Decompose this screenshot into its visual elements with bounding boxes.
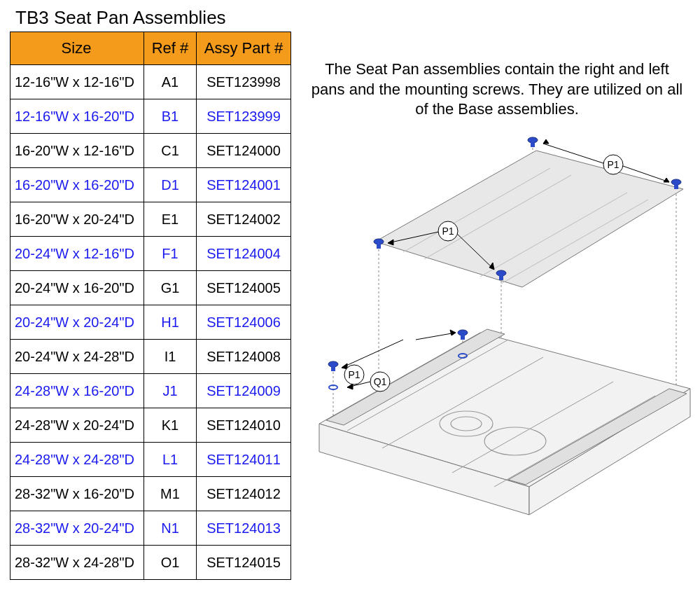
cell-ref: C1 xyxy=(144,134,197,168)
table-row: 16-20"W x 16-20"DD1SET124001 xyxy=(10,168,291,202)
cell-size: 28-32"W x 20-24"D xyxy=(10,511,144,546)
cell-ref: I1 xyxy=(144,340,197,374)
cell-part: SET124015 xyxy=(197,546,291,580)
cell-part: SET124002 xyxy=(197,202,291,237)
table-row: 20-24"W x 20-24"DH1SET124006 xyxy=(10,305,291,340)
cell-part: SET124010 xyxy=(197,408,291,443)
table-row: 28-32"W x 16-20"DM1SET124012 xyxy=(10,477,291,511)
cell-size: 24-28"W x 16-20"D xyxy=(10,374,144,408)
callout-p1: P1 xyxy=(348,369,360,380)
table-row: 20-24"W x 12-16"DF1SET124004 xyxy=(10,237,291,271)
svg-rect-28 xyxy=(531,140,535,147)
svg-point-35 xyxy=(329,385,337,389)
cell-part: SET124000 xyxy=(197,134,291,168)
table-row: 28-32"W x 20-24"DN1SET124013 xyxy=(10,511,291,546)
table-row: 24-28"W x 24-28"DL1SET124011 xyxy=(10,443,291,477)
svg-rect-32 xyxy=(331,364,335,371)
table-row: 28-32"W x 24-28"DO1SET124015 xyxy=(10,546,291,580)
cell-ref: F1 xyxy=(144,237,197,271)
cell-size: 16-20"W x 16-20"D xyxy=(10,168,144,202)
svg-rect-24 xyxy=(377,242,381,249)
table-row: 24-28"W x 16-20"DJ1SET124009 xyxy=(10,374,291,408)
table-row: 24-28"W x 20-24"DK1SET124010 xyxy=(10,408,291,443)
cell-ref: A1 xyxy=(144,65,197,99)
cell-part: SET124006 xyxy=(197,305,291,340)
table-row: 16-20"W x 12-16"DC1SET124000 xyxy=(10,134,291,168)
cell-ref: O1 xyxy=(144,546,197,580)
cell-part: SET124005 xyxy=(197,271,291,305)
table-title: TB3 Seat Pan Assemblies xyxy=(15,7,693,29)
header-ref: Ref # xyxy=(144,32,197,65)
svg-line-47 xyxy=(416,333,456,340)
cell-size: 20-24"W x 16-20"D xyxy=(10,271,144,305)
cell-part: SET124004 xyxy=(197,237,291,271)
header-size: Size xyxy=(10,32,144,65)
cell-part: SET124012 xyxy=(197,477,291,511)
cell-size: 12-16"W x 12-16"D xyxy=(10,65,144,99)
cell-size: 28-32"W x 24-28"D xyxy=(10,546,144,580)
cell-part: SET124011 xyxy=(197,443,291,477)
table-row: 16-20"W x 20-24"DE1SET124002 xyxy=(10,202,291,237)
callout-p1: P1 xyxy=(442,226,454,237)
cell-ref: G1 xyxy=(144,271,197,305)
svg-rect-26 xyxy=(499,273,503,280)
cell-ref: J1 xyxy=(144,374,197,408)
cell-part: SET124009 xyxy=(197,374,291,408)
cell-part: SET124013 xyxy=(197,511,291,546)
table-row: 20-24"W x 24-28"DI1SET124008 xyxy=(10,340,291,374)
cell-ref: H1 xyxy=(144,305,197,340)
table-row: 12-16"W x 16-20"DB1SET123999 xyxy=(10,99,291,134)
cell-size: 20-24"W x 12-16"D xyxy=(10,237,144,271)
cell-size: 16-20"W x 12-16"D xyxy=(10,134,144,168)
assembly-diagram: P1 P1 P1 Q1 xyxy=(305,123,697,529)
svg-line-45 xyxy=(342,340,403,368)
description-text: The Seat Pan assemblies contain the righ… xyxy=(308,60,686,120)
table-row: 20-24"W x 16-20"DG1SET124005 xyxy=(10,271,291,305)
cell-ref: D1 xyxy=(144,168,197,202)
cell-size: 24-28"W x 24-28"D xyxy=(10,443,144,477)
cell-size: 16-20"W x 20-24"D xyxy=(10,202,144,237)
callout-p1: P1 xyxy=(607,159,619,170)
svg-marker-50 xyxy=(347,384,353,389)
cell-size: 20-24"W x 24-28"D xyxy=(10,340,144,374)
svg-marker-38 xyxy=(543,139,549,144)
cell-part: SET124001 xyxy=(197,168,291,202)
cell-ref: B1 xyxy=(144,99,197,134)
svg-rect-34 xyxy=(461,333,465,340)
cell-size: 20-24"W x 20-24"D xyxy=(10,305,144,340)
cell-part: SET123998 xyxy=(197,65,291,99)
cell-ref: L1 xyxy=(144,443,197,477)
callout-q1: Q1 xyxy=(374,376,387,387)
cell-ref: K1 xyxy=(144,408,197,443)
cell-part: SET124008 xyxy=(197,340,291,374)
cell-size: 12-16"W x 16-20"D xyxy=(10,99,144,134)
cell-ref: E1 xyxy=(144,202,197,237)
svg-rect-30 xyxy=(674,182,678,189)
cell-size: 24-28"W x 20-24"D xyxy=(10,408,144,443)
cell-size: 28-32"W x 16-20"D xyxy=(10,477,144,511)
cell-ref: N1 xyxy=(144,511,197,546)
svg-marker-48 xyxy=(450,330,456,335)
cell-ref: M1 xyxy=(144,477,197,511)
cell-part: SET123999 xyxy=(197,99,291,134)
table-row: 12-16"W x 12-16"DA1SET123998 xyxy=(10,65,291,99)
svg-marker-40 xyxy=(664,178,669,182)
header-part: Assy Part # xyxy=(197,32,291,65)
parts-table: Size Ref # Assy Part # 12-16"W x 12-16"D… xyxy=(10,32,291,580)
